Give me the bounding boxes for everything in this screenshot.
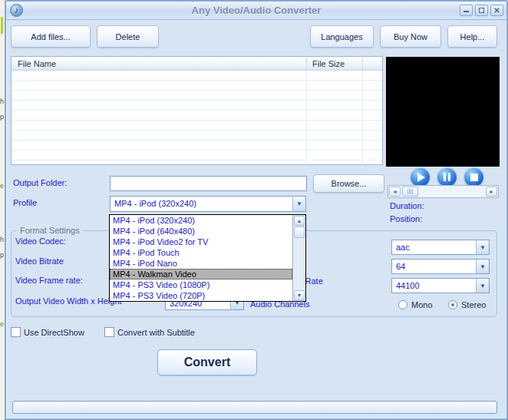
seek-left-arrow-icon[interactable]: ◄ — [389, 187, 401, 197]
stop-button[interactable] — [464, 167, 483, 187]
format-settings-title: Format Settings — [17, 226, 83, 235]
column-divider[interactable] — [362, 58, 363, 69]
title-bar[interactable]: ♪ Any Video/Audio Converter ✕ — [6, 2, 506, 20]
use-directshow-checkbox[interactable] — [11, 327, 21, 337]
dropdown-item-highlighted[interactable]: MP4 - Walkman Video — [110, 269, 292, 279]
seek-bar[interactable]: ◄ ► — [388, 185, 499, 198]
dropdown-item[interactable]: MP4 - iPod Video2 for TV — [110, 236, 292, 247]
maximize-icon — [479, 8, 484, 13]
minimize-button[interactable] — [460, 5, 473, 16]
audio-sample-rate-value: 44100 — [392, 279, 476, 293]
pause-icon — [444, 173, 450, 181]
file-list-rows — [12, 71, 382, 164]
add-files-button[interactable]: Add files... — [11, 25, 91, 48]
column-line — [362, 71, 363, 164]
video-frame-rate-label: Video Frame rate: — [15, 276, 83, 285]
scrollbar-thumb[interactable] — [294, 227, 305, 238]
file-list-header[interactable]: File Name File Size — [12, 57, 382, 71]
audio-sample-rate-combobox[interactable]: 44100 ▼ — [391, 278, 490, 293]
output-folder-input[interactable] — [110, 176, 307, 191]
dropdown-scrollbar[interactable]: ▲ ▼ — [292, 215, 305, 301]
output-size-label: Output Video Width x Height — [15, 296, 122, 306]
dropdown-item[interactable]: MP4 - PS3 Video (1080P) — [110, 279, 292, 290]
stop-icon — [470, 174, 478, 181]
languages-button[interactable]: Languages — [310, 25, 374, 48]
profile-selected-value: MP4 - iPod (320x240) — [111, 197, 292, 211]
stereo-radio[interactable] — [448, 300, 457, 309]
output-folder-label: Output Folder: — [13, 178, 67, 187]
dropdown-item[interactable]: MP4 - PS3 Video (720P) — [110, 290, 292, 301]
seek-right-arrow-icon[interactable]: ► — [486, 187, 497, 197]
column-divider[interactable] — [306, 58, 307, 69]
play-button[interactable] — [411, 167, 430, 187]
screen: h p e h p e ♪ Any Video/Audio Converter … — [0, 0, 508, 420]
maximize-button[interactable] — [475, 5, 488, 16]
profile-label: Profile — [13, 198, 37, 207]
dropdown-item[interactable]: MP4 - iPod Nano — [110, 258, 292, 269]
file-name-column-header[interactable]: File Name — [18, 59, 56, 68]
progress-bar — [12, 401, 497, 414]
convert-with-subtitle-checkbox[interactable] — [104, 327, 114, 337]
stereo-label: Stereo — [461, 300, 486, 309]
dropdown-item[interactable]: MP4 - iPod (640x480) — [110, 226, 292, 236]
audio-bitrate-value: 64 — [392, 260, 476, 273]
convert-button[interactable]: Convert — [157, 349, 257, 375]
video-preview-pane — [386, 57, 500, 167]
position-label: Position: — [390, 214, 422, 223]
scroll-down-icon[interactable]: ▼ — [294, 290, 305, 300]
use-directshow-label: Use DirectShow — [24, 328, 84, 337]
duration-label: Duration: — [390, 201, 424, 210]
buy-now-button[interactable]: Buy Now — [380, 25, 441, 48]
file-list[interactable]: File Name File Size — [11, 56, 383, 165]
profile-combobox[interactable]: MP4 - iPod (320x240) ▼ — [110, 196, 306, 212]
dropdown-item[interactable]: MP4 - iPod (320x240) — [110, 215, 292, 226]
audio-codec-value: aac — [392, 240, 476, 254]
background-accent-mark — [1, 17, 3, 34]
minimize-icon — [463, 11, 469, 12]
close-button[interactable]: ✕ — [490, 5, 503, 16]
chevron-down-icon[interactable]: ▼ — [476, 240, 489, 254]
delete-button[interactable]: Delete — [97, 25, 159, 48]
pause-button[interactable] — [437, 167, 457, 187]
mono-radio[interactable] — [398, 300, 407, 309]
close-icon: ✕ — [493, 6, 500, 15]
chevron-down-icon[interactable]: ▼ — [292, 197, 305, 211]
convert-with-subtitle-label: Convert with Subtitle — [117, 328, 195, 337]
audio-bitrate-combobox[interactable]: 64 ▼ — [391, 259, 490, 274]
play-icon — [417, 173, 425, 182]
video-codec-label: Video Codec: — [15, 236, 66, 246]
profile-dropdown-list[interactable]: MP4 - iPod (320x240) MP4 - iPod (640x480… — [109, 214, 306, 302]
seek-thumb[interactable] — [402, 187, 418, 197]
audio-codec-combobox[interactable]: aac ▼ — [391, 240, 490, 255]
dropdown-item[interactable]: MP4 - iPod Touch — [110, 247, 292, 258]
chevron-down-icon[interactable]: ▼ — [476, 260, 489, 273]
window-title: Any Video/Audio Converter — [6, 5, 506, 16]
help-button[interactable]: Help... — [447, 25, 497, 48]
column-line — [306, 71, 307, 164]
video-bitrate-label: Video Bitrate — [15, 256, 64, 266]
browse-button[interactable]: Browse... — [313, 174, 384, 193]
file-size-column-header[interactable]: File Size — [312, 59, 345, 68]
scroll-up-icon[interactable]: ▲ — [294, 216, 305, 226]
chevron-down-icon[interactable]: ▼ — [476, 279, 489, 293]
app-window: ♪ Any Video/Audio Converter ✕ Add files.… — [5, 0, 508, 420]
mono-label: Mono — [411, 300, 433, 309]
